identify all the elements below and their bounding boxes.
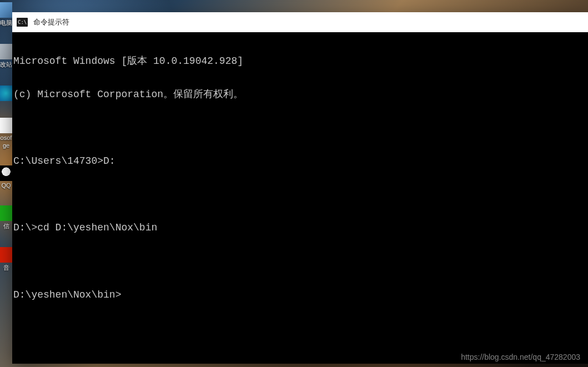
- terminal-prompt-line: D:\yeshen\Nox\bin>: [13, 289, 587, 300]
- cmd-window: C:\ 命令提示符 Microsoft Windows [版本 10.0.190…: [12, 12, 588, 364]
- terminal-line: (c) Microsoft Corporation。保留所有权利。: [13, 89, 587, 100]
- terminal-line: [13, 189, 587, 200]
- desktop-icon-label: ge: [3, 142, 9, 149]
- cursor-icon: [121, 289, 126, 299]
- desktop-icon-computer[interactable]: 电脑: [0, 2, 12, 27]
- desktop-icon-netease[interactable]: 音: [0, 247, 12, 272]
- desktop-icon-label: osof: [1, 134, 12, 141]
- terminal-prompt-text: D:\yeshen\Nox\bin>: [13, 289, 121, 300]
- desktop-icon-label: 电脑: [0, 19, 12, 27]
- desktop-icon-label: QQ: [1, 182, 11, 189]
- desktop-icon-msoft[interactable]: osof ge: [0, 118, 12, 149]
- desktop-icon-label: 信: [3, 222, 9, 230]
- terminal-line: Microsoft Windows [版本 10.0.19042.928]: [13, 56, 587, 67]
- desktop-icon-label: 音: [3, 264, 9, 272]
- netease-icon: [0, 247, 12, 263]
- window-titlebar[interactable]: C:\ 命令提示符: [12, 12, 588, 32]
- recycle-bin-icon: [0, 44, 12, 59]
- computer-icon: [0, 2, 12, 18]
- terminal-line: [13, 122, 587, 133]
- desktop-icon-qq[interactable]: QQ: [0, 165, 12, 189]
- desktop-icon-label: 改站: [0, 61, 12, 69]
- desktop-icon-wechat[interactable]: 信: [0, 205, 12, 230]
- desktop-icon-recycle[interactable]: 改站: [0, 44, 12, 69]
- wechat-icon: [0, 205, 12, 221]
- desktop-icon-edge[interactable]: [0, 86, 12, 101]
- desktop-icon-column: 电脑 改站 osof ge QQ 信 音: [0, 0, 12, 367]
- window-title: 命令提示符: [33, 17, 69, 27]
- terminal-line: C:\Users\14730>D:: [13, 155, 587, 167]
- terminal-line: [13, 255, 587, 267]
- terminal-area[interactable]: Microsoft Windows [版本 10.0.19042.928] (c…: [12, 32, 588, 364]
- qq-icon: [0, 165, 12, 181]
- cmd-icon: C:\: [17, 18, 28, 27]
- ms-store-icon: [0, 118, 12, 133]
- edge-icon: [0, 86, 12, 101]
- terminal-line: D:\>cd D:\yeshen\Nox\bin: [13, 222, 587, 233]
